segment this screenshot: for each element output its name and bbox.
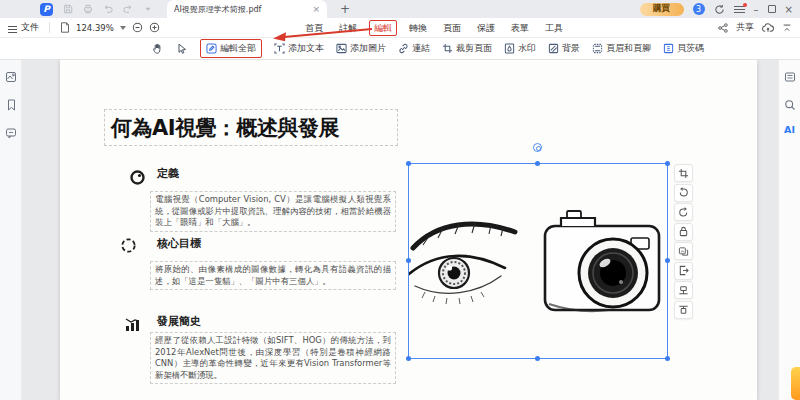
rotate-right-button[interactable] bbox=[674, 203, 693, 221]
file-menu-label: 文件 bbox=[21, 21, 39, 34]
save-icon[interactable] bbox=[62, 4, 73, 15]
tab-tools[interactable]: 工具 bbox=[537, 18, 571, 38]
document-tab[interactable]: AI視覺原理学术简报.pdf × bbox=[167, 0, 327, 18]
add-text-label: 添加文本 bbox=[288, 42, 324, 55]
rotate-left-button[interactable] bbox=[674, 184, 693, 202]
new-tab-button[interactable]: + bbox=[340, 2, 350, 16]
main-menu-icon[interactable] bbox=[734, 5, 745, 14]
pdf-editor-app: P AI視覺原理学术简报.pdf × + 購買 3 – × 文件 124.3 bbox=[0, 0, 800, 400]
document-area[interactable]: 何為AI視覺：概述與發展 定義 電腦視覺（Computer Vision, CV… bbox=[22, 60, 778, 400]
background-button[interactable]: 背景 bbox=[548, 42, 580, 55]
tab-edit[interactable]: 編輯 bbox=[369, 20, 397, 36]
background-icon bbox=[548, 43, 559, 54]
watermark-button[interactable]: 水印 bbox=[504, 42, 536, 55]
lock-image-button[interactable] bbox=[674, 223, 693, 241]
bates-number-label: 貝茨碼 bbox=[677, 42, 704, 55]
thumbnails-icon[interactable] bbox=[0, 66, 22, 88]
promo-corner-tab[interactable] bbox=[791, 367, 800, 400]
share-icon[interactable] bbox=[718, 23, 728, 33]
selected-image-frame[interactable] bbox=[408, 163, 668, 359]
file-menu[interactable]: 文件 bbox=[8, 21, 39, 34]
pdf-page[interactable]: 何為AI視覺：概述與發展 定義 電腦視覺（Computer Vision, CV… bbox=[60, 60, 757, 400]
header-footer-button[interactable]: 頁眉和頁腳 bbox=[592, 42, 651, 55]
divider bbox=[49, 22, 50, 33]
zoom-dropdown-icon[interactable] bbox=[120, 26, 126, 30]
section-body-definition[interactable]: 電腦視覺（Computer Vision, CV）是讓電腦模擬人類視覺系統，從圖… bbox=[150, 191, 396, 232]
link-icon bbox=[398, 43, 409, 54]
comment-icon[interactable] bbox=[0, 122, 22, 144]
doc-title-block[interactable]: 何為AI視覺：概述與發展 bbox=[104, 109, 398, 146]
ai-assistant-button[interactable]: AI bbox=[779, 124, 800, 135]
tab-convert[interactable]: 轉換 bbox=[401, 18, 435, 38]
section-body-core-goal[interactable]: 將原始的、由像素構成的圖像數據，轉化為具有語義資訊的描述，如「這是一隻貓」、「圖… bbox=[150, 261, 396, 290]
tab-form[interactable]: 表單 bbox=[503, 18, 537, 38]
bar-chart-icon bbox=[124, 316, 141, 333]
watermark-icon bbox=[504, 43, 515, 54]
image-tools-panel bbox=[674, 164, 694, 320]
redo-icon[interactable] bbox=[122, 4, 133, 15]
add-image-label: 添加圖片 bbox=[350, 42, 386, 55]
buy-button[interactable]: 購買 bbox=[640, 3, 684, 16]
header-footer-icon bbox=[592, 43, 603, 54]
bates-number-button[interactable]: 貝茨碼 bbox=[663, 42, 704, 55]
sync-icon[interactable] bbox=[714, 4, 725, 15]
section-body-history[interactable]: 經歷了從依賴人工設計特徵（如SIFT、HOG）的傳統方法，到2012年AlexN… bbox=[150, 332, 396, 384]
edit-all-pencil-icon bbox=[206, 43, 217, 54]
add-image-button[interactable]: 添加圖片 bbox=[336, 42, 386, 55]
close-window-button[interactable]: × bbox=[785, 4, 793, 15]
select-tool-icon[interactable] bbox=[176, 43, 188, 55]
tab-close-icon[interactable]: × bbox=[312, 4, 320, 14]
bookmark-icon[interactable] bbox=[0, 94, 22, 116]
workspace: 何為AI視覺：概述與發展 定義 電腦視覺（Computer Vision, CV… bbox=[0, 60, 800, 400]
properties-panel-icon[interactable] bbox=[779, 66, 800, 88]
edit-all-button[interactable]: 編輯全部 bbox=[200, 39, 262, 58]
add-image-icon bbox=[336, 43, 347, 54]
header-footer-label: 頁眉和頁腳 bbox=[606, 42, 651, 55]
edit-all-label: 編輯全部 bbox=[220, 42, 256, 55]
notification-badge[interactable]: 3 bbox=[693, 3, 705, 15]
eye-camera-illustration[interactable] bbox=[409, 164, 669, 360]
section-heading-definition[interactable]: 定義 bbox=[157, 166, 179, 181]
share-label[interactable]: 共享 bbox=[736, 21, 754, 34]
align-vertical-center-button[interactable] bbox=[674, 301, 693, 319]
titlebar: P AI視覺原理学术简报.pdf × + 購買 3 – × bbox=[0, 0, 800, 18]
left-sidebar bbox=[0, 60, 22, 400]
collapse-toolbar-icon[interactable] bbox=[782, 23, 792, 33]
crop-page-button[interactable]: 裁剪頁面 bbox=[442, 42, 492, 55]
zoom-in-icon[interactable] bbox=[149, 22, 160, 33]
tab-page[interactable]: 頁面 bbox=[435, 18, 469, 38]
cloud-upload-icon[interactable] bbox=[762, 23, 774, 33]
tab-home[interactable]: 首頁 bbox=[297, 18, 331, 38]
align-horizontal-center-button[interactable] bbox=[674, 281, 693, 299]
zoom-out-icon[interactable] bbox=[132, 22, 143, 33]
link-label: 連結 bbox=[412, 42, 430, 55]
add-text-button[interactable]: 添加文本 bbox=[274, 42, 324, 55]
restore-window-button[interactable] bbox=[768, 5, 776, 13]
tab-protect[interactable]: 保護 bbox=[469, 18, 503, 38]
link-button[interactable]: 連結 bbox=[398, 42, 430, 55]
ribbon-tabs: 首頁 註解 編輯 轉換 頁面 保護 表單 工具 bbox=[297, 18, 571, 38]
section-heading-history[interactable]: 發展簡史 bbox=[157, 314, 201, 329]
viewfinder-icon bbox=[120, 237, 137, 254]
tab-comment[interactable]: 註解 bbox=[331, 18, 365, 38]
replace-image-button[interactable] bbox=[674, 242, 693, 260]
file-menu-icon bbox=[8, 24, 17, 31]
minimize-button[interactable]: – bbox=[754, 4, 759, 15]
hand-tool-icon[interactable] bbox=[152, 43, 164, 55]
right-sidebar: AI bbox=[778, 60, 800, 400]
crop-page-icon bbox=[442, 43, 453, 54]
extract-image-button[interactable] bbox=[674, 262, 693, 280]
crop-image-button[interactable] bbox=[674, 164, 693, 182]
page-view-icon[interactable] bbox=[60, 22, 70, 33]
undo-icon[interactable] bbox=[102, 4, 113, 15]
rotation-handle[interactable] bbox=[533, 143, 542, 152]
lens-icon bbox=[129, 169, 146, 186]
history-dropdown-icon[interactable] bbox=[142, 4, 153, 15]
section-heading-core-goal[interactable]: 核心目標 bbox=[157, 236, 201, 251]
edit-toolbar: 編輯全部 添加文本 添加圖片 連結 裁剪頁面 水印 背景 頁眉和頁腳 bbox=[0, 38, 800, 60]
search-icon[interactable] bbox=[779, 94, 800, 116]
crop-page-label: 裁剪頁面 bbox=[456, 42, 492, 55]
zoom-level-value[interactable]: 124.39% bbox=[76, 23, 114, 33]
add-text-icon bbox=[274, 43, 285, 54]
print-icon[interactable] bbox=[82, 4, 93, 15]
